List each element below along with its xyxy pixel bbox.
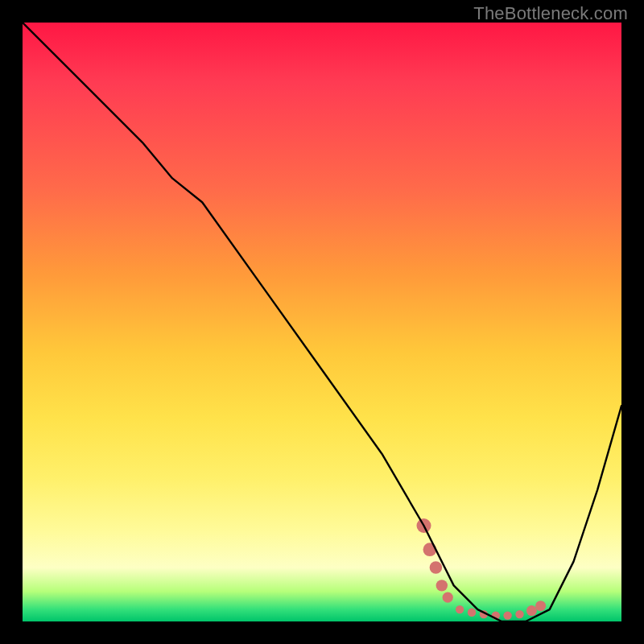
marker-dot [430, 561, 443, 574]
curve-layer [23, 23, 621, 621]
marker-dot [468, 609, 476, 617]
marker-dot [526, 605, 537, 616]
marker-dot [423, 543, 437, 556]
bottleneck-markers [417, 518, 547, 620]
marker-dot [515, 610, 523, 618]
marker-dot [436, 580, 448, 591]
plot-area [23, 23, 621, 621]
marker-dot [503, 611, 511, 619]
branding-watermark: TheBottleneck.com [473, 3, 628, 24]
marker-dot [456, 605, 464, 613]
chart-frame: TheBottleneck.com [0, 0, 644, 644]
marker-dot [535, 601, 546, 611]
performance-curve [23, 23, 621, 621]
marker-dot [443, 592, 453, 603]
